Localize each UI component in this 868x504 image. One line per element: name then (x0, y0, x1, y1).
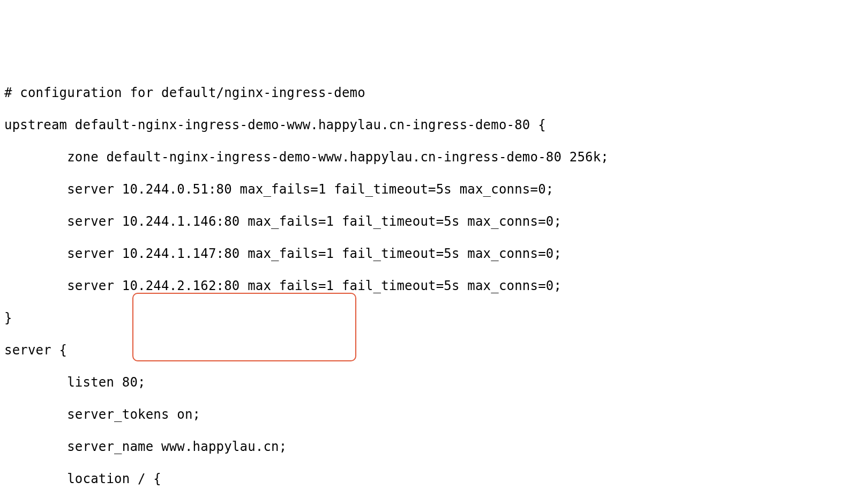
code-line: server { (4, 342, 864, 358)
code-line: } (4, 310, 864, 326)
code-line: upstream default-nginx-ingress-demo-www.… (4, 117, 864, 133)
code-line: zone default-nginx-ingress-demo-www.happ… (4, 149, 864, 165)
code-line: # configuration for default/nginx-ingres… (4, 85, 864, 101)
code-container: # configuration for default/nginx-ingres… (4, 69, 864, 504)
code-line: server 10.244.1.147:80 max_fails=1 fail_… (4, 246, 864, 262)
code-line: server_tokens on; (4, 406, 864, 423)
code-line: server 10.244.2.162:80 max_fails=1 fail_… (4, 278, 864, 294)
code-line: server 10.244.0.51:80 max_fails=1 fail_t… (4, 181, 864, 197)
code-line: server 10.244.1.146:80 max_fails=1 fail_… (4, 213, 864, 229)
code-line: listen 80; (4, 374, 864, 390)
code-line: location / { (4, 471, 864, 487)
code-line: server_name www.happylau.cn; (4, 439, 864, 455)
